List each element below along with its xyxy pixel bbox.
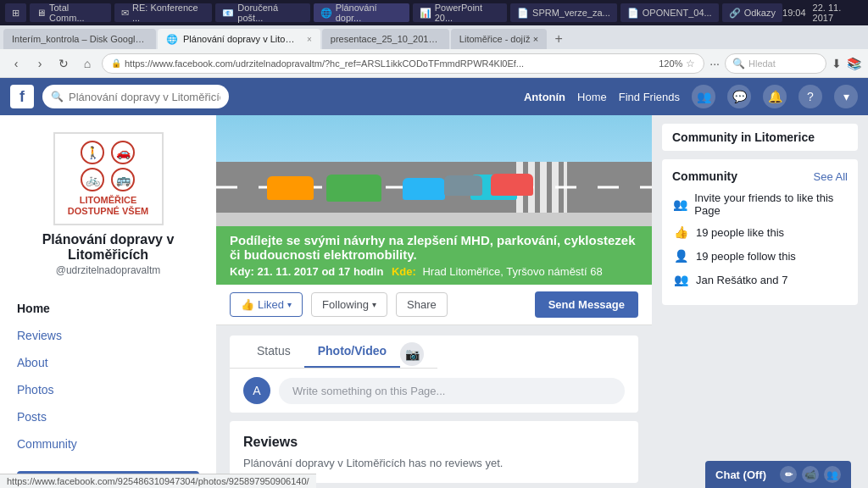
action-bar: 👍 Liked ▾ Following ▾ Share Send Message (216, 285, 652, 325)
taskbar-app-8[interactable]: 🔗 Odkazy (722, 3, 782, 22)
chat-friends-icon[interactable]: 👥 (824, 466, 841, 483)
tab-1[interactable]: Interím_kontrola – Disk Google × (3, 29, 156, 49)
taskbar-start[interactable]: ⊞ (5, 3, 26, 22)
sidebar-item-about[interactable]: About (0, 349, 216, 376)
chat-video-icon[interactable]: 📹 (802, 466, 819, 483)
pedestrian-icon: 🚶 (81, 141, 104, 164)
facebook-notifications-icon-btn[interactable]: 🔔 (763, 85, 787, 108)
tab-1-label: Interím_kontrola – Disk Google × (12, 34, 147, 44)
os-taskbar: ⊞ 🖥 Total Comm... ✉ RE: Konference ... 📧… (0, 0, 868, 25)
facebook-messages-icon-btn[interactable]: 💬 (727, 85, 751, 108)
taskbar-app-4[interactable]: 🌐 Plánování dopr... (314, 3, 409, 22)
posts-area: Status Photo/Video 📷 A Write something o… (216, 325, 652, 488)
home-button[interactable]: ⌂ (78, 54, 97, 73)
page-avatar: 🚶 🚗 🚲 🚌 LITOMĚŘICEDOSTUPNÉ VŠEM (53, 132, 164, 225)
camera-icon[interactable]: 📷 (400, 342, 424, 366)
facebook-settings-icon-btn[interactable]: ▾ (834, 85, 858, 108)
reviews-title: Reviews (243, 435, 625, 450)
community-title: Community (672, 169, 737, 183)
facebook-friends-icon-btn[interactable]: 👥 (692, 85, 715, 108)
tab-2-close[interactable]: × (307, 35, 312, 44)
liked-label: Liked (258, 298, 284, 311)
taskbar-app-7[interactable]: 📄 OPONENT_04... (620, 3, 719, 22)
facebook-search-box[interactable]: 🔍 (42, 85, 229, 108)
search-icon: 🔍 (732, 58, 745, 69)
bottom-url-text: https://www.facebook.com/925486310947304… (7, 476, 309, 486)
page-name: Plánování dopravy v Litoměřicích (14, 232, 203, 263)
status-tab-status[interactable]: Status (243, 336, 304, 368)
followers-icon: 👤 (672, 247, 689, 264)
menu-icon[interactable]: ··· (709, 57, 720, 70)
community-item-2: 👍 19 people like this (672, 224, 848, 241)
sidebar-item-posts[interactable]: Posts (0, 403, 216, 430)
cover-kdy: Kdy: 21. 11. 2017 od 17 hodin (230, 265, 383, 278)
nav-extra-icons: ··· (709, 57, 720, 70)
cover-text-main: Podílejte se svými návrhy na zlepšení MH… (230, 233, 638, 262)
new-tab-button[interactable]: + (548, 29, 569, 49)
facebook-search-input[interactable] (69, 91, 220, 103)
community-likes-text: 19 people like this (696, 226, 784, 239)
taskbar-app-5[interactable]: 📊 PowerPoint 20... (413, 3, 507, 22)
status-tabs-wrapper: Status Photo/Video 📷 (230, 336, 638, 369)
facebook-find-friends-link[interactable]: Find Friends (619, 91, 680, 103)
search-bar[interactable]: 🔍 Hledat (725, 53, 826, 74)
following-chevron-icon: ▾ (372, 300, 376, 309)
taskbar-app-3[interactable]: 📧 Doručená pošt... (215, 3, 309, 22)
blue-car (403, 178, 445, 200)
avatar-icons-row: 🚶 🚗 (81, 141, 135, 164)
community-followers-text: 19 people follow this (696, 250, 796, 263)
page-profile: 🚶 🚗 🚲 🚌 LITOMĚŘICEDOSTUPNÉ VŠEM Plánován… (0, 124, 216, 291)
sidebar-item-reviews[interactable]: Reviews (0, 322, 216, 349)
avatar-title: LITOMĚŘICEDOSTUPNÉ VŠEM (68, 195, 148, 217)
sidebar-item-photos[interactable]: Photos (0, 376, 216, 403)
community-friends-text: Jan Rešátko and 7 (696, 274, 787, 286)
forward-button[interactable]: › (31, 54, 49, 73)
right-sidebar: Community in Litomerice Community See Al… (652, 115, 868, 488)
taskbar-app-6[interactable]: 📄 SPRM_verze_za... (510, 3, 617, 22)
main-content: Podílejte se svými návrhy na zlepšení MH… (216, 115, 652, 488)
facebook-logo: f (10, 85, 34, 108)
secure-icon: 🔒 (111, 58, 121, 68)
following-button[interactable]: Following ▾ (311, 292, 387, 317)
reload-button[interactable]: ↻ (54, 54, 73, 73)
bookmarks-icon[interactable]: 📚 (847, 57, 861, 70)
liked-chevron-icon: ▾ (287, 300, 292, 309)
avatar-icons-row2: 🚲 🚌 (81, 168, 135, 191)
reviews-text: Plánování dopravy v Litoměřicích has no … (243, 457, 625, 469)
cover-kde-label: Kde: (392, 265, 416, 278)
tab-3[interactable]: presentace_25_10_2017 – One D × (322, 29, 449, 49)
community-header: Community See All (672, 169, 848, 183)
taskbar-app-2[interactable]: ✉ RE: Konference ... (114, 3, 212, 22)
taskbar-date: 22. 11. 2017 (813, 3, 863, 23)
address-bar[interactable]: 🔒 https://www.facebook.com/udrzitelnadop… (102, 53, 704, 74)
chat-bar[interactable]: Chat (Off) ✏ 📹 👥 (705, 461, 851, 488)
facebook-help-icon-btn[interactable]: ? (798, 85, 822, 108)
tab-4[interactable]: Litoměřice - dojíž × (451, 29, 547, 49)
bookmark-icon[interactable]: ☆ (686, 58, 695, 69)
sidebar-item-home[interactable]: Home (0, 295, 216, 322)
share-button[interactable]: Share (396, 292, 448, 317)
see-all-link[interactable]: See All (814, 170, 848, 183)
tab-2-label: Plánování dopravy v Litoměřicíc × (183, 34, 302, 44)
orange-bus (267, 176, 314, 200)
bike-icon: 🚲 (81, 168, 104, 191)
cover-photo: Podílejte se svými návrhy na zlepšení MH… (216, 115, 652, 285)
zoom-level: 120% (659, 58, 682, 69)
facebook-home-link[interactable]: Home (577, 91, 607, 103)
status-write-input[interactable]: Write something on this Page... (279, 378, 625, 404)
browser-nav-bar: ‹ › ↻ ⌂ 🔒 https://www.facebook.com/udrzi… (0, 49, 868, 78)
status-tab-photo-video[interactable]: Photo/Video (304, 336, 400, 368)
chat-bar-icons: ✏ 📹 👥 (780, 466, 841, 483)
likes-icon: 👍 (672, 224, 689, 241)
taskbar-app-1[interactable]: 🖥 Total Comm... (30, 3, 111, 22)
green-bus (326, 175, 381, 202)
liked-button[interactable]: 👍 Liked ▾ (230, 292, 303, 317)
sidebar-item-community[interactable]: Community (0, 430, 216, 458)
user-avatar-small: A (243, 377, 270, 404)
chat-compose-icon[interactable]: ✏ (780, 466, 797, 483)
bottom-url-bar: https://www.facebook.com/925486310947304… (0, 474, 316, 488)
tab-2[interactable]: 🌐 Plánování dopravy v Litoměřicíc × × (158, 29, 320, 49)
send-message-button[interactable]: Send Message (535, 291, 638, 318)
back-button[interactable]: ‹ (7, 54, 25, 73)
download-icon[interactable]: ⬇ (832, 57, 842, 70)
